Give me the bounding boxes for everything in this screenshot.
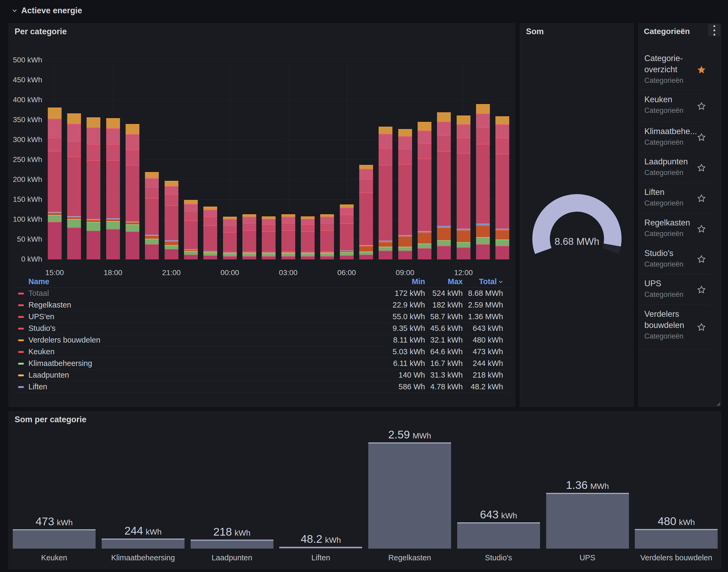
bar-segment-klimaatbeheersing — [437, 240, 451, 246]
dashboard-link-item[interactable]: RegelkastenCategorieën — [639, 214, 721, 244]
dashboard-link-item[interactable]: UPSCategorieën — [639, 274, 721, 305]
star-filled-icon[interactable] — [697, 65, 706, 75]
dashboard-link-title: Laadpunten — [644, 156, 721, 167]
legend-row: Klimaatbeheersing6.11 kWh16.7 kWh244 kWh — [15, 358, 509, 369]
bar-segment-regelkasten — [495, 154, 509, 229]
stacked-bar — [476, 104, 490, 260]
bar-value-label: 218kWh — [191, 526, 274, 541]
stacked-bar — [340, 205, 354, 260]
bar-value-number: 643 — [480, 508, 499, 521]
kebab-menu-icon[interactable] — [708, 24, 720, 37]
bar-segment-verdelersbouwdelen — [262, 216, 276, 219]
bar-segment-studios — [86, 144, 100, 160]
y-tick-label: 400 kWh — [9, 95, 42, 104]
sort-caret-icon — [498, 279, 503, 284]
bar-segment-studios — [203, 217, 217, 225]
bar-segment-laadpunten — [495, 230, 509, 239]
bar-segment-verdelersbouwdelen — [476, 104, 490, 114]
y-tick-label: 250 kWh — [9, 155, 42, 164]
stacked-bar — [495, 116, 509, 260]
legend-series-name[interactable]: Totaal — [28, 289, 49, 298]
panel-resize-handle[interactable] — [716, 402, 720, 406]
panel-title-som-per-categorie[interactable]: Som per categorie — [15, 415, 86, 424]
legend-total-value: 480 kWh — [439, 336, 503, 344]
dashboard-link-title: Klimaatbehe... — [644, 126, 721, 137]
bar-segment-laadpunten — [165, 241, 178, 245]
bar-x-label: Regelkasten — [365, 553, 455, 562]
dashboard-link-item[interactable]: VerdelersbouwdelenCategorieën — [639, 305, 721, 350]
panel-som: Som 8.68 MWh — [520, 23, 634, 407]
legend-series-name[interactable]: Studio's — [28, 324, 56, 333]
bar-segment-studios — [476, 127, 490, 144]
bar-segment-upsen — [86, 128, 100, 144]
bar-segment-regelkasten — [48, 151, 62, 212]
legend-header-total[interactable]: Total — [439, 277, 503, 286]
bar-x-label: UPS — [542, 553, 633, 562]
dashboard-link-item[interactable]: LaadpuntenCategorieën — [639, 152, 721, 183]
star-outline-icon[interactable] — [697, 133, 706, 142]
dashboard-link-title: UPS — [644, 278, 721, 289]
legend-series-name[interactable]: Regelkasten — [28, 301, 71, 309]
bar-segment-regelkasten — [126, 165, 139, 221]
bar-segment-verdelersbouwdelen — [340, 205, 354, 208]
dashboard-link-item[interactable]: Categorie-overzichtCategorieën — [639, 49, 721, 90]
gridline — [45, 60, 512, 60]
dashboard-link-item[interactable]: Studio'sCategorieën — [639, 244, 721, 274]
star-outline-icon[interactable] — [697, 323, 706, 332]
star-outline-icon[interactable] — [697, 194, 706, 203]
panel-title-per-categorie[interactable]: Per categorie — [15, 27, 67, 37]
bar-segment-regelkasten — [106, 160, 120, 218]
star-outline-icon[interactable] — [697, 163, 706, 172]
bar-segment-klimaatbeheersing — [48, 215, 62, 222]
stacked-bar — [301, 216, 315, 260]
bar-segment-verdelersbouwdelen — [281, 214, 295, 217]
legend-series-name[interactable]: Laadpunten — [28, 371, 69, 379]
bar-segment-regelkasten — [437, 151, 451, 226]
bar-segment-upsen — [106, 128, 120, 144]
bar-segment-studios — [48, 138, 62, 151]
y-tick-label: 0 kWh — [9, 255, 42, 264]
bar-segment-upsen — [418, 131, 431, 143]
bar-segment-studios — [262, 224, 276, 231]
bar-segment-keuken — [126, 231, 139, 260]
legend-total-value: 2.59 MWh — [439, 301, 503, 309]
bar-segment-klimaatbeheersing — [86, 222, 100, 231]
panel-title-som[interactable]: Som — [526, 27, 544, 37]
legend-series-name[interactable]: UPS'en — [28, 312, 54, 321]
stacked-bar — [86, 117, 100, 260]
star-outline-icon[interactable] — [697, 285, 706, 294]
bar-segment-laadpunten — [86, 220, 100, 222]
dashboard-link-subtitle: Categorieën — [644, 198, 721, 208]
star-outline-icon[interactable] — [697, 255, 706, 264]
stacked-bar — [418, 122, 431, 260]
legend-header-name[interactable]: Name — [28, 277, 49, 286]
bar-segment-verdelersbouwdelen — [145, 172, 159, 178]
legend-series-name[interactable]: Liften — [28, 382, 47, 391]
bar-x-label: Keuken — [9, 553, 99, 562]
bar-segment-keuken — [67, 228, 81, 260]
star-outline-icon[interactable] — [697, 101, 706, 111]
legend-series-name[interactable]: Klimaatbeheersing — [28, 359, 92, 368]
row-header[interactable]: Actieve energie — [12, 6, 82, 15]
panel-title-categorieen[interactable]: Categorieën — [644, 27, 690, 36]
bar-segment-regelkasten — [203, 225, 217, 251]
bar-segment-studios — [340, 215, 354, 223]
bar-segment-klimaatbeheersing — [359, 252, 373, 255]
legend-swatch — [18, 386, 24, 388]
legend-series-name[interactable]: Keuken — [28, 347, 55, 356]
bar-segment-klimaatbeheersing — [67, 219, 81, 228]
star-outline-icon[interactable] — [697, 224, 706, 234]
bar-segment-keuken — [203, 256, 217, 260]
bar-segment-keuken — [398, 251, 412, 260]
bar-segment-regelkasten — [301, 231, 315, 252]
legend-row: UPS'en55.0 kWh58.7 kWh1.36 MWh — [15, 311, 509, 323]
bar-segment-laadpunten — [126, 222, 139, 224]
legend-series-name[interactable]: Verdelers bouwdelen — [28, 336, 100, 344]
dashboard-link-item[interactable]: Klimaatbehe...Categorieën — [639, 122, 721, 152]
dashboard-link-item[interactable]: KeukenCategorieën — [639, 90, 721, 122]
legend-total-value: 8.68 MWh — [439, 289, 503, 298]
dashboard-link-item[interactable]: LiftenCategorieën — [639, 183, 721, 214]
legend-swatch — [18, 316, 24, 318]
dashboard-link-title: Keuken — [644, 94, 721, 105]
bar-segment-regelkasten — [223, 232, 237, 252]
